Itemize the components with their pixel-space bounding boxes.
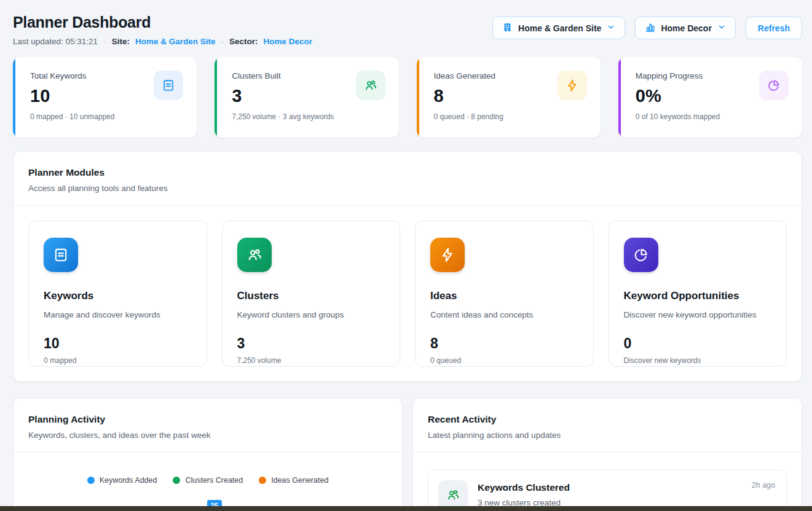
activity-item-timestamp: 2h ago xyxy=(752,481,775,490)
users-icon xyxy=(438,480,468,510)
stat-detail: 0 queued · 8 pending xyxy=(434,112,586,121)
recent-activity-panel: Recent Activity Latest planning actions … xyxy=(412,398,802,511)
header-meta: Last updated: 05:31:21 · Site: Home & Ga… xyxy=(13,37,312,46)
module-detail: 0 queued xyxy=(430,356,578,365)
legend-item-keywords-added[interactable]: Keywords Added xyxy=(87,476,157,485)
legend-dot-icon xyxy=(173,477,180,484)
header: Planner Dashboard Last updated: 05:31:21… xyxy=(13,0,802,46)
chart-legend: Keywords Added Clusters Created Ideas Ge… xyxy=(14,476,402,485)
module-title: Keyword Opportunities xyxy=(624,290,772,302)
zap-icon xyxy=(430,238,465,272)
activity-item-keywords-clustered[interactable]: Keywords Clustered 3 new clusters create… xyxy=(428,470,787,511)
pie-icon xyxy=(624,238,658,272)
modules-title: Planner Modules xyxy=(28,167,787,178)
header-left: Planner Dashboard Last updated: 05:31:21… xyxy=(13,14,312,46)
activity-item-text: Keywords Clustered 3 new clusters create… xyxy=(478,480,570,510)
module-card-keywords[interactable]: Keywords Manage and discover keywords 10… xyxy=(28,220,207,367)
site-dropdown[interactable]: Home & Garden Site xyxy=(492,17,625,39)
bottom-row: Planning Activity Keywords, clusters, an… xyxy=(13,398,802,511)
legend-item-clusters-created[interactable]: Clusters Created xyxy=(173,476,243,485)
stat-card-ideas-generated[interactable]: Ideas Generated 8 0 queued · 8 pending xyxy=(417,57,601,138)
planner-dashboard-page: Planner Dashboard Last updated: 05:31:21… xyxy=(0,0,812,511)
planning-activity-panel: Planning Activity Keywords, clusters, an… xyxy=(13,398,403,511)
recent-activity-title: Recent Activity xyxy=(428,414,787,425)
stat-card-mapping-progress[interactable]: Mapping Progress 0% 0 of 10 keywords map… xyxy=(618,57,802,138)
chevron-down-icon xyxy=(717,23,726,33)
sector-dropdown[interactable]: Home Decor xyxy=(635,17,735,39)
module-value: 10 xyxy=(44,335,192,352)
module-value: 3 xyxy=(237,335,385,352)
module-description: Keyword clusters and groups xyxy=(237,310,385,319)
refresh-button[interactable]: Refresh xyxy=(746,17,802,39)
modules-panel-header: Planner Modules Access all planning tool… xyxy=(14,152,802,206)
legend-item-ideas-generated[interactable]: Ideas Generated xyxy=(259,476,328,485)
meta-separator: · xyxy=(221,37,224,46)
module-title: Clusters xyxy=(237,290,385,302)
taskbar-edge xyxy=(0,506,812,511)
meta-separator: · xyxy=(103,37,106,46)
module-card-clusters[interactable]: Clusters Keyword clusters and groups 3 7… xyxy=(222,220,401,367)
module-detail: 0 mapped xyxy=(44,356,192,365)
chevron-down-icon xyxy=(607,23,615,33)
stat-detail: 0 mapped · 10 unmapped xyxy=(30,112,182,121)
sector-link[interactable]: Home Decor xyxy=(263,37,312,46)
document-icon xyxy=(44,238,78,272)
site-dropdown-label: Home & Garden Site xyxy=(518,23,601,33)
planning-activity-title: Planning Activity xyxy=(28,414,387,425)
recent-activity-header: Recent Activity Latest planning actions … xyxy=(413,399,802,453)
module-description: Content ideas and concepts xyxy=(430,310,578,319)
activity-item-title: Keywords Clustered xyxy=(478,482,570,493)
stat-detail: 0 of 10 keywords mapped xyxy=(636,112,787,121)
module-detail: Discover new keywords xyxy=(624,356,772,365)
users-icon xyxy=(356,71,385,100)
site-label: Site: xyxy=(112,37,130,46)
legend-label: Ideas Generated xyxy=(271,476,328,485)
planner-modules-panel: Planner Modules Access all planning tool… xyxy=(13,151,802,382)
modules-grid: Keywords Manage and discover keywords 10… xyxy=(14,206,802,381)
document-icon xyxy=(154,71,183,100)
module-title: Keywords xyxy=(44,290,192,302)
bar-chart-icon xyxy=(645,22,655,34)
module-card-keyword-opportunities[interactable]: Keyword Opportunities Discover new keywo… xyxy=(609,220,787,367)
module-description: Manage and discover keywords xyxy=(44,310,192,319)
site-link[interactable]: Home & Garden Site xyxy=(135,37,216,46)
header-actions: Home & Garden Site Home Decor Refresh xyxy=(492,17,802,39)
module-title: Ideas xyxy=(430,290,578,302)
planning-activity-header: Planning Activity Keywords, clusters, an… xyxy=(14,399,402,453)
recent-activity-subtitle: Latest planning actions and updates xyxy=(428,431,787,440)
module-detail: 7,250 volume xyxy=(237,356,385,365)
modules-subtitle: Access all planning tools and features xyxy=(28,184,787,193)
zap-icon xyxy=(558,71,587,100)
stat-card-total-keywords[interactable]: Total Keywords 10 0 mapped · 10 unmapped xyxy=(13,57,197,138)
building-icon xyxy=(502,22,513,34)
page-title: Planner Dashboard xyxy=(13,14,312,31)
legend-label: Clusters Created xyxy=(185,476,243,485)
last-updated-text: Last updated: 05:31:21 xyxy=(13,37,98,46)
module-value: 8 xyxy=(430,335,578,352)
pie-icon xyxy=(759,71,789,100)
users-icon xyxy=(237,238,272,272)
planning-activity-subtitle: Keywords, clusters, and ideas over the p… xyxy=(28,431,387,440)
legend-dot-icon xyxy=(259,477,266,484)
module-description: Discover new keyword opportunities xyxy=(624,310,772,319)
module-card-ideas[interactable]: Ideas Content ideas and concepts 8 0 que… xyxy=(415,220,594,367)
stat-cards-row: Total Keywords 10 0 mapped · 10 unmapped… xyxy=(13,57,802,138)
legend-label: Keywords Added xyxy=(100,476,157,485)
sector-dropdown-label: Home Decor xyxy=(661,23,711,33)
legend-dot-icon xyxy=(87,477,95,484)
module-value: 0 xyxy=(624,335,772,352)
stat-card-clusters-built[interactable]: Clusters Built 3 7,250 volume · 3 avg ke… xyxy=(215,57,398,138)
stat-detail: 7,250 volume · 3 avg keywords xyxy=(232,112,384,121)
sector-label: Sector: xyxy=(229,37,258,46)
